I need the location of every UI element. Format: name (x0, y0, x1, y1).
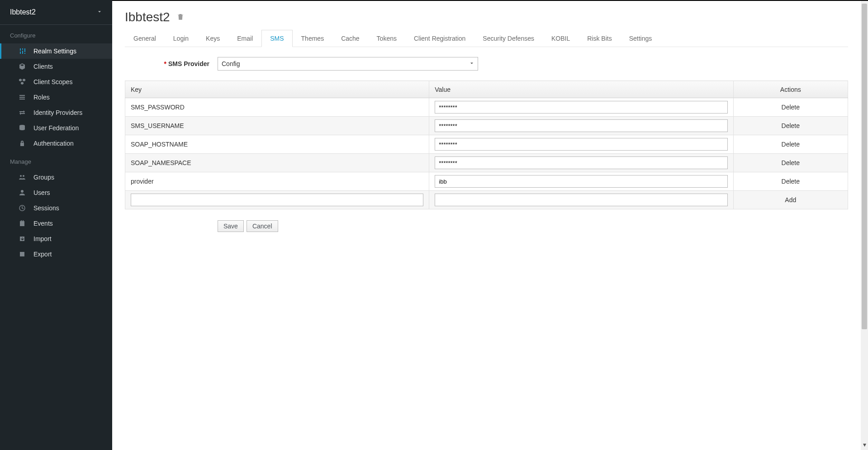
table-row: SOAP_NAMESPACEDelete (125, 154, 848, 172)
tab-kobil[interactable]: KOBIL (543, 30, 579, 47)
sidebar-item-user-federation[interactable]: User Federation (0, 120, 112, 136)
sidebar-item-sessions[interactable]: Sessions (0, 200, 112, 216)
cell-action: Delete (733, 154, 848, 172)
delete-button[interactable]: Delete (739, 141, 842, 148)
realm-name: Ibbtest2 (10, 8, 36, 16)
main-content: Ibbtest2 GeneralLoginKeysEmailSMSThemesC… (112, 0, 861, 450)
sidebar-item-realm-settings[interactable]: Realm Settings (0, 43, 112, 59)
sidebar-item-label: Events (33, 220, 53, 227)
chevron-down-icon (97, 9, 102, 16)
tab-sms[interactable]: SMS (261, 30, 292, 47)
table-row: SOAP_HOSTNAMEDelete (125, 135, 848, 154)
sidebar-item-label: Clients (33, 63, 53, 70)
value-input[interactable] (435, 119, 727, 132)
sidebar-item-events[interactable]: Events (0, 216, 112, 231)
svg-point-1 (20, 175, 22, 177)
sidebar-item-export[interactable]: Export (0, 246, 112, 262)
table-row: SMS_PASSWORDDelete (125, 98, 848, 117)
scrollbar-arrow-down[interactable]: ▾ (861, 441, 868, 448)
calendar-icon (18, 220, 26, 227)
cell-action: Delete (733, 117, 848, 135)
cell-value (429, 98, 733, 117)
tab-risk-bits[interactable]: Risk Bits (579, 30, 620, 47)
tab-login[interactable]: Login (165, 30, 197, 47)
sms-provider-select-wrap: Config (218, 57, 478, 71)
th-value: Value (429, 81, 733, 98)
tab-themes[interactable]: Themes (293, 30, 333, 47)
sidebar-nav-configure: Realm SettingsClientsClient ScopesRolesI… (0, 43, 112, 151)
tab-security-defenses[interactable]: Security Defenses (474, 30, 543, 47)
sidebar-item-label: Sessions (33, 204, 59, 212)
realm-selector[interactable]: Ibbtest2 (0, 0, 112, 25)
cube-icon (18, 63, 26, 70)
sidebar-item-client-scopes[interactable]: Client Scopes (0, 74, 112, 90)
tab-cache[interactable]: Cache (332, 30, 368, 47)
cancel-button[interactable]: Cancel (247, 220, 278, 232)
value-input[interactable] (435, 138, 727, 151)
form-actions: Save Cancel (218, 220, 848, 232)
cell-value (429, 154, 733, 172)
th-actions: Actions (733, 81, 848, 98)
add-button[interactable]: Add (739, 196, 842, 204)
scrollbar-vertical[interactable]: ▾ (861, 0, 868, 450)
tab-general[interactable]: General (125, 30, 165, 47)
cell-key: provider (125, 172, 429, 191)
database-icon (18, 124, 26, 132)
sidebar-item-users[interactable]: Users (0, 185, 112, 200)
clock-icon (18, 204, 26, 212)
sidebar-item-label: Export (33, 251, 52, 258)
sidebar-item-identity-providers[interactable]: Identity Providers (0, 105, 112, 120)
tab-tokens[interactable]: Tokens (368, 30, 405, 47)
sidebar-item-label: Identity Providers (33, 109, 82, 116)
sidebar-item-roles[interactable]: Roles (0, 90, 112, 105)
tab-client-registration[interactable]: Client Registration (405, 30, 474, 47)
cell-action: Delete (733, 135, 848, 154)
page-title-row: Ibbtest2 (125, 10, 848, 24)
tab-email[interactable]: Email (228, 30, 261, 47)
sidebar-item-clients[interactable]: Clients (0, 59, 112, 74)
trash-icon[interactable] (176, 13, 185, 22)
cell-value (429, 135, 733, 154)
value-input[interactable] (435, 175, 727, 188)
tab-keys[interactable]: Keys (197, 30, 228, 47)
cell-value (429, 172, 733, 191)
th-key: Key (125, 81, 429, 98)
sidebar-item-import[interactable]: Import (0, 231, 112, 246)
delete-button[interactable]: Delete (739, 122, 842, 129)
sidebar-item-authentication[interactable]: Authentication (0, 136, 112, 151)
sidebar-item-label: Client Scopes (33, 78, 72, 85)
sidebar-nav-manage: GroupsUsersSessionsEventsImportExport (0, 170, 112, 262)
user-icon (18, 189, 26, 196)
table-row: providerDelete (125, 172, 848, 191)
cell-action: Delete (733, 172, 848, 191)
sms-provider-select[interactable]: Config (218, 57, 478, 71)
sms-provider-row: *SMS Provider Config (125, 57, 848, 71)
sidebar-item-label: Groups (33, 174, 54, 181)
table-row-new: Add (125, 191, 848, 209)
sidebar-item-label: Roles (33, 94, 50, 101)
list-icon (18, 94, 26, 101)
exchange-icon (18, 109, 26, 116)
lock-icon (18, 140, 26, 147)
cell-value (429, 117, 733, 135)
export-icon (18, 251, 26, 258)
import-icon (18, 235, 26, 242)
new-key-input[interactable] (131, 194, 423, 206)
delete-button[interactable]: Delete (739, 159, 842, 166)
new-value-input[interactable] (435, 194, 727, 206)
save-button[interactable]: Save (218, 220, 244, 232)
value-input[interactable] (435, 156, 727, 169)
cell-key: SMS_USERNAME (125, 117, 429, 135)
delete-button[interactable]: Delete (739, 104, 842, 111)
value-input[interactable] (435, 101, 727, 114)
svg-point-2 (23, 175, 24, 177)
cell-key: SMS_PASSWORD (125, 98, 429, 117)
page-title: Ibbtest2 (125, 10, 170, 24)
sidebar: Ibbtest2 Configure Realm SettingsClients… (0, 0, 112, 450)
delete-button[interactable]: Delete (739, 178, 842, 185)
users-group-icon (18, 174, 26, 181)
sidebar-item-groups[interactable]: Groups (0, 170, 112, 185)
tabs: GeneralLoginKeysEmailSMSThemesCacheToken… (125, 30, 848, 47)
tab-settings[interactable]: Settings (621, 30, 661, 47)
scrollbar-thumb[interactable] (862, 4, 867, 329)
